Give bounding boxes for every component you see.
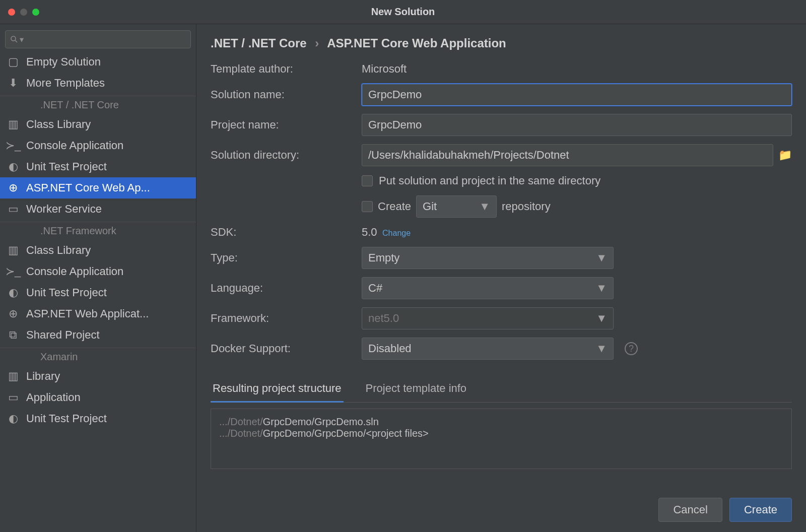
sidebar-item-unit-test[interactable]: ◐ Unit Test Project xyxy=(0,156,196,177)
titlebar: New Solution xyxy=(0,0,806,24)
solution-dir-input[interactable] xyxy=(362,144,773,166)
help-icon[interactable]: ? xyxy=(625,342,638,355)
project-name-label: Project name: xyxy=(211,118,352,131)
tab-info[interactable]: Project template info xyxy=(364,378,469,402)
chevron-down-icon: ▼ xyxy=(596,251,607,264)
sdk-label: SDK: xyxy=(211,226,352,239)
sidebar-item-class-library-fw[interactable]: ▥ Class Library xyxy=(0,240,196,261)
sidebar-item-label: Unit Test Project xyxy=(26,286,107,299)
breadcrumb-current: ASP.NET Core Web Application xyxy=(327,36,506,50)
create-button[interactable]: Create xyxy=(729,498,792,522)
sidebar-item-label: ASP.NET Web Applicat... xyxy=(26,307,149,320)
close-icon[interactable] xyxy=(8,9,15,16)
search-input[interactable]: ▾ xyxy=(5,30,191,48)
project-name-input[interactable] xyxy=(362,114,792,136)
docker-select[interactable]: Disabled ▼ xyxy=(362,338,614,360)
search-icon xyxy=(10,35,19,44)
console-icon: ≻_ xyxy=(7,139,19,152)
framework-value: net5.0 xyxy=(368,312,399,325)
sidebar-item-console-app-fw[interactable]: ≻_ Console Application xyxy=(0,261,196,282)
sidebar-item-aspnet-fw[interactable]: ⊕ ASP.NET Web Applicat... xyxy=(0,303,196,324)
sidebar-item-label: ASP.NET Core Web Ap... xyxy=(26,181,150,194)
console-icon: ≻_ xyxy=(7,265,19,278)
framework-select: net5.0 ▼ xyxy=(362,307,614,329)
type-select[interactable]: Empty ▼ xyxy=(362,247,614,269)
tabs: Resulting project structure Project temp… xyxy=(211,378,792,403)
folder-icon[interactable]: 📁 xyxy=(778,149,792,162)
sidebar-item-x-unit-test[interactable]: ◐ Unit Test Project xyxy=(0,408,196,429)
type-value: Empty xyxy=(368,251,399,264)
test-icon: ◐ xyxy=(7,160,19,173)
sidebar-item-x-application[interactable]: ▭ Application xyxy=(0,387,196,408)
same-dir-checkbox[interactable] xyxy=(362,175,373,186)
breadcrumb: .NET / .NET Core › ASP.NET Core Web Appl… xyxy=(211,36,792,50)
sdk-change-link[interactable]: Change xyxy=(382,229,411,237)
svg-point-0 xyxy=(11,36,16,41)
sidebar-item-class-library[interactable]: ▥ Class Library xyxy=(0,114,196,135)
sidebar-item-label: Library xyxy=(26,370,60,383)
books-icon: ▥ xyxy=(7,370,19,383)
window-title: New Solution xyxy=(371,6,435,18)
create-repo-checkbox[interactable] xyxy=(362,201,373,212)
sidebar-item-shared-project[interactable]: ⧉ Shared Project xyxy=(0,324,196,346)
sidebar-item-label: Class Library xyxy=(26,244,91,257)
sidebar-item-label: Unit Test Project xyxy=(26,160,107,173)
window-icon: ▭ xyxy=(7,391,19,404)
vcs-value: Git xyxy=(423,200,437,213)
chevron-down-icon: ▼ xyxy=(596,342,607,355)
books-icon: ▥ xyxy=(7,244,19,257)
sidebar-item-label: Application xyxy=(26,391,81,404)
sidebar-group-netcore: .NET / .NET Core xyxy=(0,96,196,114)
solution-name-input[interactable] xyxy=(362,84,792,106)
chevron-down-icon: ▼ xyxy=(596,312,607,325)
svg-line-1 xyxy=(15,40,17,42)
repository-label: repository xyxy=(502,200,551,213)
sidebar-item-x-library[interactable]: ▥ Library xyxy=(0,366,196,387)
solution-icon: ▢ xyxy=(7,55,19,69)
docker-label: Docker Support: xyxy=(211,342,352,355)
vcs-select[interactable]: Git ▼ xyxy=(416,195,497,218)
language-label: Language: xyxy=(211,282,352,295)
template-author-label: Template author: xyxy=(211,62,352,76)
breadcrumb-parent: .NET / .NET Core xyxy=(211,36,307,50)
sidebar-item-aspnet-core[interactable]: ⊕ ASP.NET Core Web Ap... xyxy=(0,177,196,198)
cancel-button[interactable]: Cancel xyxy=(658,498,722,522)
solution-dir-label: Solution directory: xyxy=(211,149,352,162)
sidebar-item-label: Shared Project xyxy=(26,328,100,342)
sidebar-item-label: More Templates xyxy=(26,77,105,90)
shared-icon: ⧉ xyxy=(7,328,19,342)
language-value: C# xyxy=(368,282,382,295)
sdk-value: 5.0 xyxy=(362,226,377,238)
test-icon: ◐ xyxy=(7,412,19,425)
sidebar-item-label: Worker Service xyxy=(26,203,102,216)
sidebar-item-label: Console Application xyxy=(26,265,123,278)
sidebar-item-worker-service[interactable]: ▭ Worker Service xyxy=(0,198,196,220)
sidebar-item-unit-test-fw[interactable]: ◐ Unit Test Project xyxy=(0,282,196,303)
globe-icon: ⊕ xyxy=(7,307,19,320)
sidebar-item-empty-solution[interactable]: ▢ Empty Solution xyxy=(0,51,196,73)
sidebar-group-netfw: .NET Framework xyxy=(0,222,196,240)
chevron-down-icon: ▼ xyxy=(479,200,490,213)
output-panel: .../Dotnet/GrpcDemo/GrpcDemo.sln .../Dot… xyxy=(211,409,792,469)
template-author: Microsoft xyxy=(362,62,792,76)
window-icon: ▭ xyxy=(7,203,19,216)
sidebar-item-label: Empty Solution xyxy=(26,55,101,69)
type-label: Type: xyxy=(211,251,352,264)
tab-structure[interactable]: Resulting project structure xyxy=(211,378,344,403)
download-icon: ⬇ xyxy=(7,77,19,90)
minimize-icon xyxy=(20,9,27,16)
sidebar: ▾ ▢ Empty Solution ⬇ More Templates .NET… xyxy=(0,24,196,532)
books-icon: ▥ xyxy=(7,118,19,131)
framework-label: Framework: xyxy=(211,312,352,325)
sidebar-item-label: Class Library xyxy=(26,118,91,131)
language-select[interactable]: C# ▼ xyxy=(362,277,614,299)
sidebar-item-console-app[interactable]: ≻_ Console Application xyxy=(0,135,196,156)
sidebar-item-label: Unit Test Project xyxy=(26,412,107,425)
globe-icon: ⊕ xyxy=(7,181,19,194)
chevron-down-icon: ▼ xyxy=(596,282,607,295)
same-dir-label: Put solution and project in the same dir… xyxy=(379,174,600,187)
maximize-icon[interactable] xyxy=(32,9,39,16)
sidebar-item-more-templates[interactable]: ⬇ More Templates xyxy=(0,73,196,94)
test-icon: ◐ xyxy=(7,286,19,299)
sidebar-group-xamarin: Xamarin xyxy=(0,348,196,366)
